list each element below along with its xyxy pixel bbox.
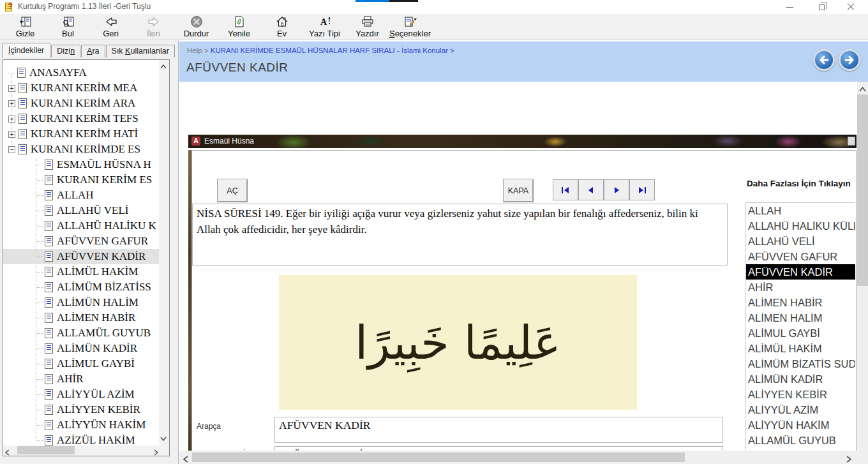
close-button[interactable] (836, 0, 865, 14)
first-record-button[interactable] (553, 179, 578, 200)
tab-i-cindekiler[interactable]: İçindekiler (2, 43, 50, 57)
sidebar-list-item[interactable]: AFÜVVEN GAFUR (746, 249, 855, 264)
main-horizontal-scrollbar[interactable] (179, 451, 857, 464)
tree-item[interactable]: +KURANI KERİM TEFS (3, 111, 159, 126)
tab-ara[interactable]: Ara (81, 45, 105, 57)
sidebar-list-item[interactable]: ALLAHÜ VELİ (746, 234, 855, 249)
document-icon (45, 267, 53, 277)
open-button[interactable]: AÇ (217, 179, 248, 202)
scroll-left-icon[interactable] (183, 454, 190, 464)
sidebar-list-item[interactable]: ALİMEN HALİM (746, 310, 855, 326)
arabic-field-value[interactable]: AFÜVVEN KADİR (274, 417, 723, 443)
window-title: Kurtuluş Programı 1.13 İleri -Geri Tuşlu (18, 2, 151, 11)
font-icon: A (318, 15, 331, 28)
tree-item[interactable]: ALLAHÜ VELİ (3, 203, 159, 218)
toolbar-button-find[interactable]: Bul (47, 15, 89, 39)
toolbar-button-options[interactable]: Seçenekler (389, 15, 431, 39)
sidebar-list-item[interactable]: ALİMUL GAYBİ (746, 326, 855, 341)
toolbar-button-refresh[interactable]: Yenile (218, 15, 260, 39)
sidebar-list-item[interactable]: ALLAMÜL GUYUB (746, 433, 855, 448)
expander-plus-icon[interactable]: + (8, 85, 15, 92)
nav-back-button[interactable] (813, 49, 835, 71)
tree-connector (36, 165, 43, 165)
scrollbar-thumb[interactable] (192, 453, 685, 462)
toolbar-button-print[interactable]: Yazdır (346, 15, 389, 39)
sidebar-list-item[interactable]: ALLAHÜ HALİKU KÜLL (746, 218, 855, 234)
tree-horizontal-scrollbar[interactable] (3, 445, 160, 456)
toolbar-button-forward-arrow[interactable]: İleri (132, 15, 175, 39)
tree-item[interactable]: −KURANI KERİMDE ES (3, 142, 159, 157)
scrollbar-thumb[interactable] (857, 94, 868, 286)
tree-item[interactable]: ALİMEN HABİR (3, 310, 159, 326)
scroll-right-icon[interactable] (845, 454, 852, 464)
previous-record-button[interactable] (578, 179, 604, 200)
tab-sik-kullanilanlar[interactable]: Sık Kullanılanlar (106, 45, 175, 57)
tree-item[interactable]: AFÜVVEN GAFUR (3, 234, 159, 249)
scroll-down-icon[interactable] (160, 433, 167, 444)
main-vertical-scrollbar[interactable] (857, 82, 868, 451)
tree-vertical-scrollbar[interactable] (159, 60, 169, 456)
sidebar-list-item[interactable]: ALİYYÜL AZİM (746, 402, 855, 417)
sidebar-list-item[interactable]: AHİR (746, 280, 855, 295)
tree-item[interactable]: AFÜVVEN KADİR (3, 249, 159, 264)
banner-title: Esmaül Hüsna (204, 137, 254, 146)
tree-item-label: ALİYYÜN HAKİM (57, 419, 146, 431)
sidebar-list-item[interactable]: ALLAH (746, 203, 855, 218)
tree-item[interactable]: ALİYYÜL AZİM (3, 387, 159, 402)
nav-forward-button[interactable] (839, 49, 860, 71)
next-record-button[interactable] (604, 179, 629, 200)
tree-item[interactable]: +KURANI KERİM HATİ (3, 126, 159, 142)
tree-item-label: KURANI KERİM HATİ (31, 128, 138, 140)
tree-item[interactable]: ALİMUL GAYBİ (3, 356, 159, 371)
breadcrumb-link[interactable]: KURANI KERİMDE ESMAÜL HÜSNALAR HARF SIRA… (211, 47, 448, 54)
tree-item[interactable]: ALLAMÜL GUYUB (3, 326, 159, 341)
toolbar-button-hide-panel[interactable]: Gizle (4, 15, 47, 39)
tree-item[interactable]: ESMAÜL HÜSNA H (3, 157, 159, 172)
close-button-form[interactable]: KAPA (503, 179, 534, 202)
tree-item[interactable]: +KURANI KERİM MEA (3, 80, 159, 96)
sidebar-list-item[interactable]: ALİMÜL HAKİM (746, 341, 855, 356)
sidebar-list-item[interactable]: ALİMÜN KADİR (746, 371, 855, 387)
sidebar-list-item[interactable]: ALİMÜM BİZATİS SUD (746, 356, 855, 371)
restore-button[interactable] (807, 0, 836, 14)
toolbar-button-stop[interactable]: Durdur (175, 15, 218, 39)
toolbar-button-label: Geri (103, 29, 119, 38)
toolbar-button-label: Yazdır (355, 29, 379, 38)
sidebar-list-item[interactable]: ALİYYÜN HAKİM (746, 417, 855, 433)
tab-dizin[interactable]: Dizin (51, 45, 80, 57)
tree-item-label: ALİMÜM BİZATİSS (57, 281, 151, 294)
sidebar-list-item[interactable]: ALİMEN HABİR (746, 295, 855, 310)
sidebar-list-item[interactable]: AFÜVVEN KADİR (746, 264, 855, 280)
expander-plus-icon[interactable]: + (8, 100, 15, 107)
tree-item[interactable]: ALİMÜN KADİR (3, 341, 159, 356)
toolbar-button-label: Seçenekler (389, 29, 431, 38)
tree-item[interactable]: AHİR (3, 371, 159, 387)
arabic-field-label: Arapça (197, 422, 270, 432)
tree-item[interactable]: ALİMÜL HAKİM (3, 264, 159, 280)
scroll-up-icon[interactable] (160, 61, 167, 73)
tree-item[interactable]: ALİMÜM BİZATİSS (3, 280, 159, 295)
tree-item[interactable]: ALİYYÜN HAKİM (3, 417, 159, 433)
toolbar-button-back-arrow[interactable]: Geri (89, 15, 132, 39)
expander-plus-icon[interactable]: + (8, 131, 15, 138)
toolbar-button-font[interactable]: AYazı Tipi (303, 15, 346, 39)
scroll-right-icon[interactable] (153, 447, 159, 456)
expander-plus-icon[interactable]: + (8, 116, 15, 123)
tree-item[interactable]: +KURANI KERİM ARA (3, 96, 159, 111)
help-file-icon: ? (4, 2, 14, 12)
minimize-button[interactable] (775, 0, 804, 14)
tree-item[interactable]: ALLAHÜ HALİKU K (3, 218, 159, 234)
scroll-left-icon[interactable] (4, 447, 11, 456)
tree-item[interactable]: ALİMÜN HALİM (3, 295, 159, 310)
last-record-button[interactable] (629, 179, 655, 200)
topic-content: A Esmaül Hüsna AÇ KAPA NİSA SÜRESİ 149. … (179, 82, 857, 450)
toolbar-button-home[interactable]: Ev (260, 15, 303, 39)
svg-text:A: A (320, 17, 327, 27)
sidebar-list-item[interactable]: ALİYYEN KEBİR (746, 387, 855, 402)
tree-item[interactable]: KURANI KERİM ES (3, 172, 159, 188)
scrollbar-thumb[interactable] (17, 446, 75, 454)
tree-item[interactable]: ALİYYEN KEBİR (3, 402, 159, 417)
tree-item[interactable]: ALLAH (3, 188, 159, 203)
expander-minus-icon[interactable]: − (8, 146, 15, 153)
tree-item[interactable]: ANASAYFA (3, 65, 159, 80)
